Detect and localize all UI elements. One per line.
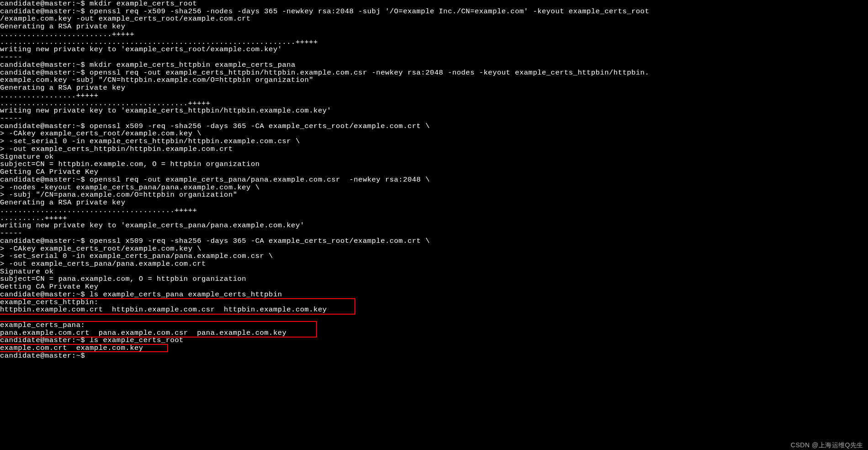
terminal-line: ----- [0, 230, 868, 237]
terminal-line: Signature ok [0, 153, 868, 161]
terminal-line: ........................................… [0, 100, 868, 107]
terminal-line: Generating a RSA private key [0, 84, 868, 92]
terminal-line: > -subj "/CN=pana.example.com/O=httpbin … [0, 191, 868, 199]
terminal-line: > -set_serial 0 -in example_certs_pana/p… [0, 252, 868, 260]
terminal-line: candidate@master:~$ openssl x509 -req -s… [0, 123, 868, 130]
terminal-line: .........................+++++ [0, 31, 868, 38]
terminal-line: candidate@master:~$ ls example_certs_pan… [0, 291, 868, 299]
terminal-line: candidate@master:~$ mkdir example_certs_… [0, 0, 868, 8]
terminal-line: example.com.crt example.com.key [0, 344, 868, 352]
terminal-line: candidate@master:~$ openssl x509 -req -s… [0, 237, 868, 245]
terminal-line: Getting CA Private Key [0, 168, 868, 176]
watermark-text: CSDN @上海运维Q先生 [791, 442, 863, 449]
terminal-line: ........................................… [0, 38, 868, 46]
terminal-line: .................+++++ [0, 92, 868, 100]
terminal-line: writing new private key to 'example_cert… [0, 46, 868, 54]
terminal-line: > -nodes -keyout example_certs_pana/pana… [0, 184, 868, 192]
terminal-line: writing new private key to 'example_cert… [0, 222, 868, 230]
terminal-line: ..........+++++ [0, 214, 868, 222]
terminal-line: httpbin.example.com.crt httpbin.example.… [0, 306, 868, 314]
terminal-line: > -CAkey example_certs_root/example.com.… [0, 245, 868, 253]
terminal-line: ----- [0, 54, 868, 61]
terminal-line: pana.example.com.crt pana.example.com.cs… [0, 329, 868, 337]
terminal-line: .......................................+… [0, 207, 868, 214]
terminal-line: subject=CN = pana.example.com, O = httpb… [0, 275, 868, 283]
terminal-line: Getting CA Private Key [0, 283, 868, 291]
terminal-output[interactable]: candidate@master:~$ mkdir example_certs_… [0, 0, 868, 360]
terminal-line: subject=CN = httpbin.example.com, O = ht… [0, 161, 868, 168]
terminal-line: > -out example_certs_httpbin/httpbin.exa… [0, 145, 868, 153]
terminal-line: candidate@master:~$ [0, 352, 868, 360]
terminal-line [0, 314, 868, 321]
terminal-line: example.com.key -subj "/CN=httpbin.examp… [0, 76, 868, 84]
terminal-line: writing new private key to 'example_cert… [0, 107, 868, 115]
terminal-line: example_certs_httpbin: [0, 299, 868, 306]
terminal-line: example_certs_pana: [0, 321, 868, 329]
terminal-line: > -out example_certs_pana/pana.example.c… [0, 260, 868, 268]
terminal-line: candidate@master:~$ openssl req -x509 -s… [0, 8, 868, 16]
terminal-line: Signature ok [0, 268, 868, 276]
terminal-line: > -CAkey example_certs_root/example.com.… [0, 130, 868, 138]
terminal-line: candidate@master:~$ mkdir example_certs_… [0, 61, 868, 69]
terminal-line: ----- [0, 115, 868, 123]
terminal-line: /example.com.key -out example_certs_root… [0, 15, 868, 23]
terminal-line: candidate@master:~$ ls example_certs_roo… [0, 337, 868, 344]
terminal-line: > -set_serial 0 -in example_certs_httpbi… [0, 138, 868, 145]
terminal-line: candidate@master:~$ openssl req -out exa… [0, 69, 868, 77]
terminal-line: Generating a RSA private key [0, 23, 868, 31]
terminal-line: candidate@master:~$ openssl req -out exa… [0, 176, 868, 184]
terminal-line: Generating a RSA private key [0, 199, 868, 207]
